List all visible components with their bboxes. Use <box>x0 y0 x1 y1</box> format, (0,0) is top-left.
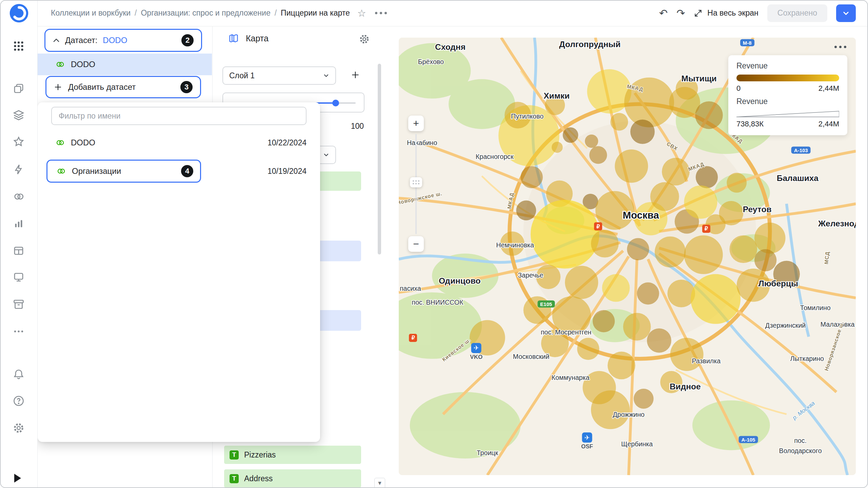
airport-code: OSF <box>581 443 593 450</box>
dataset-option-date: 10/22/2024 <box>268 138 307 147</box>
gear-icon[interactable] <box>359 34 370 46</box>
scroll-down-button[interactable]: ▼ <box>374 478 385 488</box>
legend-color-title: Revenue <box>736 61 839 70</box>
road-badge-А-103: А-103 <box>791 146 811 154</box>
step-badge-3: 3 <box>180 81 193 93</box>
dataset-icon <box>55 60 65 69</box>
layer-select-value: Слой 1 <box>229 71 255 80</box>
map-chart-icon <box>228 33 239 44</box>
breadcrumb-separator: / <box>135 8 137 18</box>
chart-type-header[interactable]: Карта <box>228 33 269 44</box>
widget-menu-icon[interactable] <box>834 46 846 48</box>
chevron-down-icon <box>323 152 329 158</box>
selected-dataset-row[interactable]: DODO <box>38 54 212 75</box>
saved-button[interactable]: Сохранено <box>767 4 827 22</box>
ruble-poi-marker: ₽ <box>409 334 417 342</box>
zoom-slider-handle[interactable] <box>410 177 422 187</box>
storage-icon[interactable] <box>12 297 26 311</box>
fullscreen-button[interactable]: На весь экран <box>694 8 758 18</box>
map-legend: Revenue 0 2,44M Revenue 738,83К 2,44M <box>728 55 847 135</box>
zoom-out-button[interactable]: − <box>408 236 424 252</box>
quick-actions-icon[interactable] <box>12 162 26 177</box>
breadcrumb: Коллекции и воркбуки / Организации: спро… <box>51 8 350 18</box>
tables-icon[interactable] <box>12 244 26 258</box>
field-chip-address[interactable]: TAddress <box>224 469 361 488</box>
collections-icon[interactable] <box>12 81 26 96</box>
workbooks-icon[interactable] <box>12 108 26 122</box>
dataset-option-name: DODO <box>71 138 95 147</box>
redo-icon[interactable]: ↷ <box>676 7 685 19</box>
charts-icon[interactable] <box>12 217 26 231</box>
layer-select[interactable]: Слой 1 <box>222 66 336 85</box>
dataset-option[interactable]: Организации410/19/2024 <box>38 156 320 187</box>
ruble-poi-marker: ₽ <box>702 225 710 233</box>
datalens-logo[interactable] <box>9 3 29 23</box>
chevron-down-icon <box>323 73 329 79</box>
breadcrumb-separator: / <box>275 8 277 18</box>
chart-type-label: Карта <box>246 34 269 43</box>
help-icon[interactable] <box>12 394 26 408</box>
dataset-header-value: DODO <box>103 36 127 45</box>
favorites-icon[interactable] <box>12 135 26 149</box>
field-chip-label: Pizzerias <box>244 450 276 460</box>
add-dataset-button[interactable]: Добавить датасет 3 <box>45 76 201 98</box>
left-rail <box>0 0 38 488</box>
breadcrumb-collections[interactable]: Коллекции и воркбуки <box>51 8 131 18</box>
legend-size-wedge <box>736 110 839 118</box>
settings-icon[interactable] <box>12 421 26 435</box>
legend-size-max: 2,44M <box>818 120 839 128</box>
dataset-option-name: Организации <box>72 166 121 176</box>
favorite-star-icon[interactable]: ☆ <box>357 7 366 19</box>
airport-marker-OSF: ✈OSF <box>581 432 593 450</box>
legend-color-max: 2,44M <box>818 84 839 93</box>
ruble-poi-marker: ₽ <box>594 222 602 230</box>
page-title: Пиццерии на карте <box>281 8 350 18</box>
map-widget[interactable]: СходняДолгопрудныйМытищиХимкиБалашихаРеу… <box>399 38 856 475</box>
string-type-icon: T <box>230 474 239 483</box>
slider-handle[interactable] <box>332 100 339 106</box>
panel-scrollbar[interactable] <box>378 64 381 255</box>
add-layer-button[interactable] <box>346 65 364 84</box>
breadcrumb-workbook[interactable]: Организации: спрос и предложение <box>141 8 270 18</box>
add-dataset-label: Добавить датасет <box>68 82 136 92</box>
airplane-icon: ✈ <box>471 343 481 353</box>
apps-grid-icon[interactable] <box>12 39 26 53</box>
road-badge-Е105: Е105 <box>537 301 555 308</box>
dataset-option[interactable]: DODO10/22/2024 <box>38 130 320 156</box>
dataset-option-list: DODO10/22/2024Организации410/19/2024 <box>38 130 320 187</box>
legend-color-min: 0 <box>736 84 741 93</box>
save-dropdown-button[interactable] <box>836 4 856 22</box>
field-chip-pizzerias[interactable]: TPizzerias <box>224 446 361 464</box>
page-menu-icon[interactable] <box>375 12 387 14</box>
dataset-header-button[interactable]: Датасет: DODO 2 <box>44 29 202 52</box>
dataset-filter-input[interactable] <box>51 107 307 125</box>
legend-size-title: Revenue <box>736 97 839 106</box>
airport-code: VKO <box>470 354 482 361</box>
string-type-icon: T <box>230 450 239 460</box>
chevron-down-icon <box>842 9 850 17</box>
plus-icon <box>54 83 62 91</box>
notifications-icon[interactable] <box>12 367 26 381</box>
dataset-icon <box>55 138 65 147</box>
undo-icon[interactable]: ↶ <box>659 7 668 19</box>
expand-panel-toggle[interactable] <box>14 474 21 483</box>
road-badge-А-105: А-105 <box>739 436 758 443</box>
slider-max-label: 100 <box>351 122 364 131</box>
more-icon[interactable] <box>12 324 26 339</box>
chevron-up-icon <box>53 38 60 42</box>
dataset-select-popup: DODO10/22/2024Организации410/19/2024 <box>38 102 320 442</box>
top-bar: Коллекции и воркбуки / Организации: спро… <box>37 0 868 26</box>
fullscreen-icon <box>694 9 703 18</box>
zoom-in-button[interactable]: + <box>408 116 424 131</box>
dataset-header-label: Датасет: <box>65 36 97 45</box>
step-badge-4: 4 <box>181 165 193 177</box>
airplane-icon: ✈ <box>582 432 592 443</box>
fullscreen-label: На весь экран <box>707 8 758 18</box>
field-chip-label: Address <box>244 474 273 483</box>
step-badge-2: 2 <box>181 34 194 46</box>
road-badge-М-8: М-8 <box>740 39 754 46</box>
selected-dataset-name: DODO <box>71 60 95 69</box>
dashboards-icon[interactable] <box>12 270 26 284</box>
dataset-option-date: 10/19/2024 <box>268 167 307 176</box>
datasets-icon[interactable] <box>12 189 26 204</box>
